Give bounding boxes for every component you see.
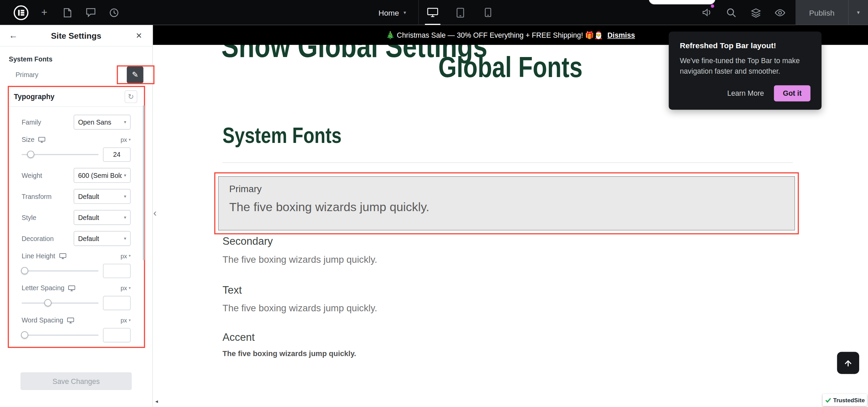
primary-sample-panel: Primary The five boxing wizards jump qui… <box>218 176 795 230</box>
chevron-down-icon: ▾ <box>124 194 127 199</box>
letter-spacing-input[interactable] <box>103 296 131 310</box>
history-button[interactable] <box>106 5 122 20</box>
accent-sample-name: Accent <box>223 331 255 344</box>
preview-button[interactable] <box>768 0 792 25</box>
responsive-desktop-icon[interactable] <box>59 253 66 259</box>
letter-spacing-unit-select[interactable]: px ▾ <box>121 285 131 292</box>
size-unit-select[interactable]: px ▾ <box>121 136 131 143</box>
word-spacing-input[interactable] <box>103 328 131 342</box>
page-preview-button[interactable] <box>60 5 75 20</box>
finder-button[interactable] <box>719 0 744 25</box>
chevron-left-icon: ‹ <box>153 207 157 218</box>
family-select[interactable]: Open Sans ▾ <box>74 115 131 130</box>
reset-icon: ↻ <box>128 93 134 101</box>
weight-label: Weight <box>22 171 42 179</box>
device-desktop-button[interactable] <box>419 0 447 25</box>
panel-header: ← Site Settings ✕ <box>0 25 152 47</box>
slider-track[interactable] <box>22 270 99 271</box>
search-icon <box>726 7 736 17</box>
style-select[interactable]: Default ▾ <box>74 210 131 225</box>
text-sample-name: Text <box>223 284 242 296</box>
size-slider[interactable] <box>22 147 99 162</box>
sample-text: The five boxing wizards jump quickly. <box>229 200 784 214</box>
scroll-left-arrow-icon[interactable]: ◄ <box>154 399 159 404</box>
sidebar-scrollbar[interactable] <box>143 105 144 260</box>
size-label-row: Size px ▾ <box>22 134 131 145</box>
weight-select[interactable]: 600 (Semi Bold) ▾ <box>74 168 131 183</box>
responsive-desktop-icon[interactable] <box>68 285 75 291</box>
typography-header: Typography ↻ <box>9 87 144 107</box>
word-spacing-label: Word Spacing <box>22 316 63 324</box>
chevron-down-icon: ▾ <box>124 236 127 241</box>
family-label: Family <box>22 118 41 126</box>
line-height-input[interactable] <box>103 264 131 278</box>
topbar-update-tooltip: Refreshed Top Bar layout! We've fine-tun… <box>669 32 822 110</box>
device-mobile-button[interactable] <box>474 0 502 25</box>
arrow-up-icon <box>843 358 853 368</box>
decoration-row: Decoration Default ▾ <box>22 231 131 246</box>
slider-thumb[interactable] <box>27 151 34 158</box>
elementor-logo[interactable] <box>13 5 29 20</box>
line-height-slider-row <box>22 264 131 278</box>
letter-spacing-slider[interactable] <box>22 296 99 310</box>
publish-options-button[interactable]: ▾ <box>848 0 868 25</box>
slider-thumb[interactable] <box>21 331 28 338</box>
site-settings-panel: ← Site Settings ✕ System Fonts Primary ✎… <box>0 25 153 407</box>
back-arrow-icon: ← <box>9 31 18 40</box>
got-it-button[interactable]: Got it <box>774 85 811 101</box>
banner-dismiss-link[interactable]: Dismiss <box>607 31 635 39</box>
responsive-desktop-icon[interactable] <box>67 317 74 323</box>
trustedsite-label: TrustedSite <box>833 397 865 404</box>
reset-style-button[interactable]: ↻ <box>124 90 137 103</box>
responsive-desktop-icon[interactable] <box>38 136 45 143</box>
secondary-sample-name: Secondary <box>223 236 273 248</box>
edit-typography-button[interactable]: ✎ <box>127 67 143 83</box>
trustedsite-badge[interactable]: TrustedSite <box>823 394 867 406</box>
document-icon <box>63 7 72 17</box>
back-button[interactable]: ← <box>7 31 20 40</box>
word-spacing-slider-row <box>22 328 131 342</box>
weight-row: Weight 600 (Semi Bold) ▾ <box>22 168 131 183</box>
primary-font-sample[interactable]: Primary The five boxing wizards jump qui… <box>214 172 799 235</box>
content-divider <box>223 162 793 163</box>
style-row: Style Default ▾ <box>22 210 131 225</box>
publish-button[interactable]: Publish <box>795 0 848 25</box>
layers-icon <box>750 7 761 17</box>
notes-button[interactable] <box>83 5 99 20</box>
slider-track[interactable] <box>22 302 99 303</box>
add-element-button[interactable]: + <box>37 5 52 20</box>
decoration-select[interactable]: Default ▾ <box>74 231 131 246</box>
slider-thumb[interactable] <box>21 267 28 274</box>
transform-row: Transform Default ▾ <box>22 189 131 204</box>
transform-label: Transform <box>22 192 52 200</box>
structure-button[interactable] <box>744 0 768 25</box>
scroll-to-top-button[interactable] <box>837 352 859 374</box>
line-height-slider[interactable] <box>22 264 99 278</box>
word-spacing-slider[interactable] <box>22 328 99 342</box>
family-row: Family Open Sans ▾ <box>22 115 131 130</box>
mobile-icon <box>485 8 491 17</box>
document-switcher[interactable]: Home ▾ <box>366 0 418 25</box>
panel-collapse-handle[interactable]: ‹ <box>153 208 157 218</box>
slider-track[interactable] <box>22 335 99 336</box>
save-changes-button[interactable]: Save Changes <box>20 372 132 390</box>
learn-more-link[interactable]: Learn More <box>727 89 764 97</box>
close-icon: ✕ <box>136 31 142 40</box>
app-window: + Home ▾ <box>0 0 868 407</box>
history-clock-icon <box>109 7 119 17</box>
transform-select[interactable]: Default ▾ <box>74 189 131 204</box>
word-spacing-unit-select[interactable]: px ▾ <box>121 317 131 324</box>
comment-bubble-icon <box>86 8 96 17</box>
document-switcher-label: Home <box>379 8 399 17</box>
letter-spacing-label-row: Letter Spacing px ▾ <box>22 282 131 294</box>
close-panel-button[interactable]: ✕ <box>132 31 146 40</box>
slider-thumb[interactable] <box>44 299 52 306</box>
system-fonts-heading: System Fonts <box>223 124 342 146</box>
letter-spacing-slider-row <box>22 296 131 310</box>
size-input[interactable] <box>103 147 131 162</box>
tooltip-title: Refreshed Top Bar layout! <box>680 41 810 50</box>
notification-dot <box>711 4 714 8</box>
line-height-unit-select[interactable]: px ▾ <box>121 253 131 259</box>
letter-spacing-label: Letter Spacing <box>22 284 64 292</box>
device-tablet-button[interactable] <box>446 0 474 25</box>
